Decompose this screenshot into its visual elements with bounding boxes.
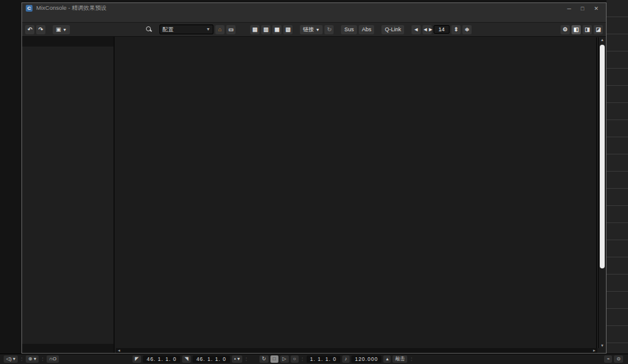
expand-width-icon[interactable]: ◄►: [423, 25, 432, 34]
transport-bar: ◁) ▾ ⋮ ⊕ ▾ ⋮ ∩O ◤ 46. 1. 1. 0 ◥ 46. 1. 1…: [0, 354, 628, 364]
horizontal-scrollbar[interactable]: ◄ ►: [116, 348, 597, 353]
minimize-icon[interactable]: ─: [567, 6, 571, 12]
redo-icon[interactable]: ↷: [36, 25, 45, 34]
scroll-left-icon[interactable]: ◄: [117, 349, 121, 352]
chevron-down-icon: ▼: [206, 26, 210, 33]
sus-button[interactable]: Sus: [341, 25, 357, 34]
background-project-window: [607, 0, 628, 364]
midi-activity-icon: ⌁: [604, 355, 612, 363]
mixconsole-window: C MixConsole - 精调效果预设 ─ □ ✕ ↶ ↷ ▣ ▼ 配置 ▼…: [21, 2, 607, 354]
scroll-down-icon[interactable]: ▼: [599, 344, 606, 347]
speaker-control-icon[interactable]: ◁) ▾: [4, 355, 18, 363]
rack-icon-1[interactable]: ▤: [250, 25, 259, 34]
zoom-palette-icon[interactable]: ≑: [462, 25, 472, 34]
config-select-value: 配置: [163, 26, 174, 33]
cycle-button[interactable]: ↻: [259, 355, 269, 363]
app-icon: C: [26, 5, 33, 12]
lock-icon[interactable]: ▪ ▾: [232, 355, 242, 363]
screen-icon[interactable]: ▭: [226, 25, 236, 34]
collapse-all-icon[interactable]: ◄: [412, 25, 421, 34]
position-value[interactable]: 1. 1. 1. 0: [307, 355, 340, 363]
link-sync-icon[interactable]: ↻: [324, 25, 334, 34]
rack-icon-3[interactable]: ▦: [272, 25, 281, 34]
left-panel: [22, 37, 115, 353]
abs-button[interactable]: Abs: [359, 25, 375, 34]
left-panel-tabs: [22, 37, 113, 47]
gear-icon[interactable]: ⚙: [561, 25, 570, 34]
control-room-icon[interactable]: ⊕ ▾: [26, 355, 39, 363]
left-panel-bottom-tabs: [22, 344, 113, 353]
headphone-icon[interactable]: ∩O: [47, 355, 59, 363]
tempo-track-icon[interactable]: ♪: [342, 355, 350, 363]
layout-setup-button[interactable]: ◪: [594, 25, 603, 34]
home-view-icon[interactable]: ⌂: [215, 25, 224, 34]
right-locator-icon: ◥: [182, 355, 191, 363]
play-button[interactable]: ▷: [280, 355, 289, 363]
main-area: ▲ ▼ ◄ ►: [22, 37, 606, 353]
right-locator-value[interactable]: 46. 1. 1. 0: [193, 355, 230, 363]
left-locator-icon: ◤: [132, 355, 141, 363]
maximize-icon[interactable]: □: [581, 6, 584, 12]
title-bar[interactable]: C MixConsole - 精调效果预设 ─ □ ✕: [22, 3, 606, 13]
qlink-button[interactable]: Q-Link: [381, 25, 404, 34]
layout-right-zone-button[interactable]: ◨: [583, 25, 592, 34]
menu-bar: [22, 13, 606, 23]
record-button[interactable]: ○: [291, 355, 299, 363]
window-title: MixConsole - 精调效果预设: [36, 4, 107, 12]
undo-icon[interactable]: ↶: [25, 25, 34, 34]
left-locator-value[interactable]: 46. 1. 1. 0: [143, 355, 180, 363]
tempo-value[interactable]: 120.000: [351, 355, 382, 363]
scroll-right-icon[interactable]: ►: [592, 349, 596, 352]
channel-width-value[interactable]: 14: [434, 25, 450, 34]
audio-activity-icon: ⊙: [614, 355, 623, 363]
rack-icon-4[interactable]: ▧: [283, 25, 293, 34]
toolbar: ↶ ↷ ▣ ▼ 配置 ▼ ⌂ ▭ ▤ ▥ ▦ ▧ 链接 ▼ ↻ Sus Abs …: [22, 23, 606, 37]
vertical-scroll-thumb[interactable]: [600, 45, 605, 268]
visible-channels-list: [22, 47, 113, 344]
search-icon[interactable]: [146, 26, 152, 32]
config-select[interactable]: 配置 ▼: [159, 25, 213, 34]
stop-button[interactable]: □: [270, 355, 278, 363]
layout-left-zone-button[interactable]: ◧: [572, 25, 581, 34]
zoom-vertical-icon[interactable]: ⇕: [451, 25, 461, 34]
rack-icon-2[interactable]: ▥: [261, 25, 270, 34]
tempo-spin-icon[interactable]: ▴: [383, 355, 391, 363]
vertical-scrollbar[interactable]: ▲ ▼: [598, 37, 606, 348]
link-button[interactable]: 链接 ▼: [300, 25, 323, 34]
close-icon[interactable]: ✕: [594, 6, 599, 12]
scroll-up-icon[interactable]: ▲: [599, 38, 606, 42]
snapshot-camera-icon[interactable]: ▣ ▼: [53, 25, 70, 34]
tap-tempo-button[interactable]: 敲击: [392, 355, 407, 363]
channel-area: ▲ ▼ ◄ ►: [115, 37, 606, 353]
